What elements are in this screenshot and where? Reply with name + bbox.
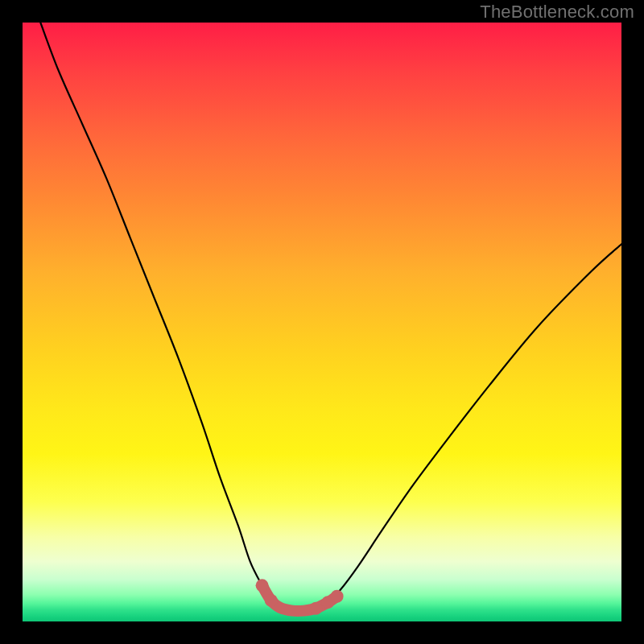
- chart-container: TheBottleneck.com: [0, 0, 644, 644]
- svg-point-1: [265, 594, 278, 607]
- watermark-text: TheBottleneck.com: [480, 2, 634, 23]
- svg-point-0: [256, 579, 269, 592]
- svg-point-4: [331, 590, 344, 603]
- plot-area: [23, 23, 621, 621]
- svg-point-2: [310, 602, 323, 615]
- optimal-region-overlay: [23, 23, 621, 621]
